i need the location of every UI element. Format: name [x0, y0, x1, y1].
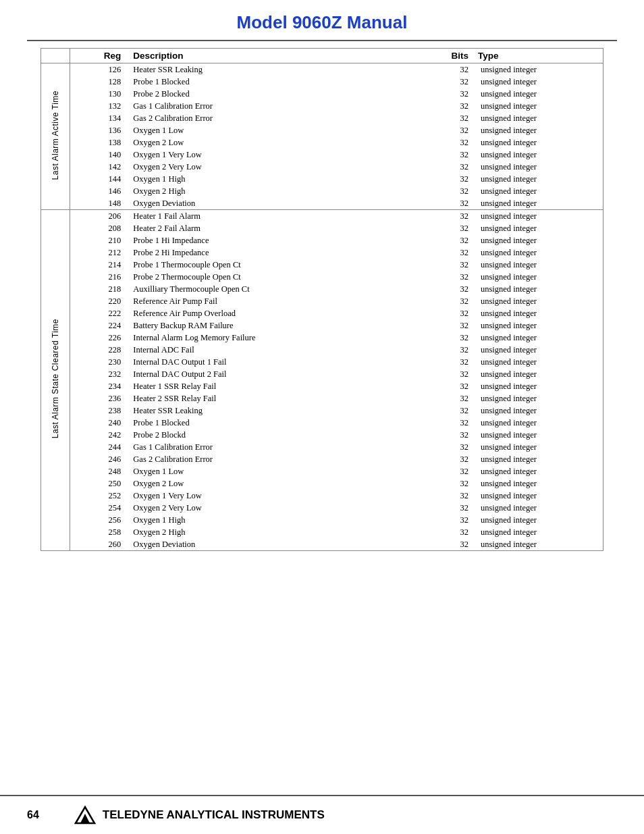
table-row: 224Battery Backup RAM Failure32unsigned …	[41, 319, 603, 332]
section-label-cell: Last Alarm State Cleared Time	[41, 210, 70, 551]
type-value: unsigned integer	[474, 538, 603, 551]
table-row: 258Oxygen 2 High32unsigned integer	[41, 526, 603, 538]
bits-value: 32	[420, 161, 474, 173]
type-value: unsigned integer	[474, 368, 603, 380]
bits-value: 32	[420, 368, 474, 380]
bits-value: 32	[420, 514, 474, 526]
table-row: 252Oxygen 1 Very Low32unsigned integer	[41, 490, 603, 502]
description-value: Oxygen 1 Low	[129, 124, 420, 136]
bits-value: 32	[420, 197, 474, 210]
reg-value: 226	[70, 332, 130, 344]
type-value: unsigned integer	[474, 477, 603, 490]
description-value: Heater SSR Leaking	[129, 63, 420, 76]
description-value: Reference Air Pump Fail	[129, 295, 420, 307]
type-value: unsigned integer	[474, 271, 603, 283]
type-value: unsigned integer	[474, 124, 603, 136]
header-label-col	[41, 49, 70, 63]
description-value: Heater 2 Fail Alarm	[129, 222, 420, 234]
bits-value: 32	[420, 259, 474, 271]
description-value: Oxygen 2 Low	[129, 477, 420, 490]
table-row: 232Internal DAC Output 2 Fail32unsigned …	[41, 368, 603, 380]
table-row: 244Gas 1 Calibration Error32unsigned int…	[41, 441, 603, 453]
bits-value: 32	[420, 429, 474, 441]
type-value: unsigned integer	[474, 283, 603, 295]
description-value: Heater 1 SSR Relay Fail	[129, 380, 420, 392]
bits-value: 32	[420, 477, 474, 490]
table-row: 136Oxygen 1 Low32unsigned integer	[41, 124, 603, 136]
type-value: unsigned integer	[474, 502, 603, 514]
reg-value: 206	[70, 210, 130, 223]
table-row: 218Auxilliary Thermocouple Open Ct32unsi…	[41, 283, 603, 295]
description-value: Probe 2 Thermocouple Open Ct	[129, 271, 420, 283]
bits-value: 32	[420, 344, 474, 356]
type-value: unsigned integer	[474, 222, 603, 234]
bits-value: 32	[420, 307, 474, 319]
teledyne-icon	[73, 803, 97, 827]
reg-value: 134	[70, 112, 130, 124]
description-value: Oxygen 2 High	[129, 526, 420, 538]
reg-value: 232	[70, 368, 130, 380]
table-row: 130Probe 2 Blocked32unsigned integer	[41, 88, 603, 100]
footer: 64 TELEDYNE ANALYTICAL INSTRUMENTS	[0, 795, 644, 834]
table-row: 234Heater 1 SSR Relay Fail32unsigned int…	[41, 380, 603, 392]
type-value: unsigned integer	[474, 173, 603, 185]
bits-value: 32	[420, 283, 474, 295]
description-value: Reference Air Pump Overload	[129, 307, 420, 319]
table-row: Last Alarm State Cleared Time206Heater 1…	[41, 210, 603, 223]
description-value: Auxilliary Thermocouple Open Ct	[129, 283, 420, 295]
description-value: Probe 1 Thermocouple Open Ct	[129, 259, 420, 271]
reg-value: 142	[70, 161, 130, 173]
table-row: 236Heater 2 SSR Relay Fail32unsigned int…	[41, 392, 603, 405]
type-value: unsigned integer	[474, 392, 603, 405]
table-header-row: Reg Description Bits Type	[41, 49, 603, 63]
reg-value: 138	[70, 136, 130, 149]
table-row: 212Probe 2 Hi Impedance32unsigned intege…	[41, 246, 603, 259]
reg-value: 254	[70, 502, 130, 514]
description-value: Probe 2 Hi Impedance	[129, 246, 420, 259]
table-row: 228Internal ADC Fail32unsigned integer	[41, 344, 603, 356]
description-value: Oxygen 1 Low	[129, 465, 420, 477]
table-row: 222Reference Air Pump Overload32unsigned…	[41, 307, 603, 319]
bits-value: 32	[420, 380, 474, 392]
description-value: Probe 2 Blockd	[129, 429, 420, 441]
type-value: unsigned integer	[474, 112, 603, 124]
reg-value: 128	[70, 76, 130, 88]
table-row: 144Oxygen 1 High32unsigned integer	[41, 173, 603, 185]
description-value: Heater 2 SSR Relay Fail	[129, 392, 420, 405]
description-value: Probe 1 Hi Impedance	[129, 234, 420, 246]
table-row: Last Alarm Active Time126Heater SSR Leak…	[41, 63, 603, 76]
reg-value: 222	[70, 307, 130, 319]
table-row: 238Heater SSR Leaking32unsigned integer	[41, 405, 603, 417]
reg-value: 238	[70, 405, 130, 417]
company-logo: TELEDYNE ANALYTICAL INSTRUMENTS	[73, 803, 325, 827]
table-row: 260Oxygen Deviation32unsigned integer	[41, 538, 603, 551]
bits-value: 32	[420, 502, 474, 514]
table-row: 214Probe 1 Thermocouple Open Ct32unsigne…	[41, 259, 603, 271]
type-value: unsigned integer	[474, 441, 603, 453]
bits-value: 32	[420, 185, 474, 197]
bits-value: 32	[420, 246, 474, 259]
description-value: Oxygen 1 Very Low	[129, 149, 420, 161]
table-row: 226Internal Alarm Log Memory Failure32un…	[41, 332, 603, 344]
company-name: TELEDYNE ANALYTICAL INSTRUMENTS	[103, 808, 325, 822]
reg-value: 258	[70, 526, 130, 538]
type-value: unsigned integer	[474, 234, 603, 246]
header-reg: Reg	[70, 49, 130, 63]
bits-value: 32	[420, 112, 474, 124]
section-label: Last Alarm Active Time	[51, 90, 60, 180]
table-row: 230Internal DAC Output 1 Fail32unsigned …	[41, 356, 603, 368]
description-value: Battery Backup RAM Failure	[129, 319, 420, 332]
reg-value: 224	[70, 319, 130, 332]
table-row: 250Oxygen 2 Low32unsigned integer	[41, 477, 603, 490]
reg-value: 208	[70, 222, 130, 234]
header-description: Description	[129, 49, 420, 63]
description-value: Oxygen 2 Very Low	[129, 502, 420, 514]
description-value: Probe 1 Blocked	[129, 76, 420, 88]
svg-marker-1	[80, 814, 90, 823]
table-row: 138Oxygen 2 Low32unsigned integer	[41, 136, 603, 149]
bits-value: 32	[420, 173, 474, 185]
table-row: 240Probe 1 Blocked32unsigned integer	[41, 417, 603, 429]
table-row: 246Gas 2 Calibration Error32unsigned int…	[41, 453, 603, 465]
type-value: unsigned integer	[474, 429, 603, 441]
page-number: 64	[27, 809, 39, 821]
